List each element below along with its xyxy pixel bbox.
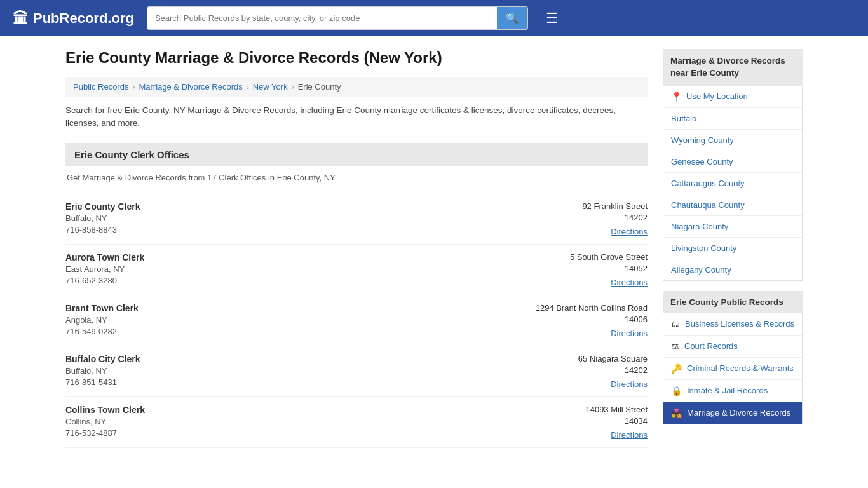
clerk-phone: 716-549-0282 xyxy=(65,327,139,336)
clerk-zip: 14202 xyxy=(508,213,648,222)
clerk-address: 5 South Grove Street xyxy=(508,252,648,262)
clerk-right: 65 Niagara Square 14202 Directions xyxy=(508,354,648,389)
record-link[interactable]: Criminal Records & Warrants xyxy=(687,363,794,373)
sidebar-record-item[interactable]: 💑 Marriage & Divorce Records xyxy=(663,402,802,424)
content-area: Erie County Marriage & Divorce Records (… xyxy=(65,49,648,448)
record-link[interactable]: Court Records xyxy=(684,341,738,351)
sidebar-nearby-list: 📍 Use My Location BuffaloWyoming CountyG… xyxy=(663,86,803,281)
clerk-zip: 14034 xyxy=(508,416,648,426)
clerk-address: 65 Niagara Square xyxy=(508,354,648,363)
site-logo[interactable]: 🏛 PubRecord.org xyxy=(13,10,134,27)
sidebar-county-item[interactable]: Cattaraugus County xyxy=(663,173,802,194)
sidebar-county-item[interactable]: Niagara County xyxy=(663,216,802,238)
clerk-location: Angola, NY xyxy=(65,315,139,325)
directions-link[interactable]: Directions xyxy=(611,430,648,440)
clerk-section-header: Erie County Clerk Offices xyxy=(65,143,648,166)
directions-link[interactable]: Directions xyxy=(611,329,648,338)
breadcrumb-erie-county: Erie County xyxy=(298,82,341,92)
directions-link[interactable]: Directions xyxy=(611,379,648,389)
clerk-left: Aurora Town Clerk East Aurora, NY 716-65… xyxy=(65,252,144,287)
record-icon: 🔑 xyxy=(671,363,682,374)
clerk-name: Erie County Clerk xyxy=(65,201,140,212)
sidebar-records-title: Erie County Public Records xyxy=(663,291,803,313)
use-location-link[interactable]: Use My Location xyxy=(686,92,748,101)
main-container: Erie County Marriage & Divorce Records (… xyxy=(53,36,815,461)
clerk-name: Buffalo City Clerk xyxy=(65,354,140,364)
sidebar-record-item[interactable]: 🔒 Inmate & Jail Records xyxy=(663,380,802,402)
clerk-entry: Erie County Clerk Buffalo, NY 716-858-88… xyxy=(65,194,648,245)
sidebar-county-item[interactable]: Allegany County xyxy=(663,259,802,280)
sidebar-county-link[interactable]: Buffalo xyxy=(671,114,696,123)
clerk-left: Collins Town Clerk Collins, NY 716-532-4… xyxy=(65,405,145,440)
clerk-right: 92 Franklin Street 14202 Directions xyxy=(508,201,648,236)
record-icon: 💑 xyxy=(671,408,682,418)
sidebar-county-item[interactable]: Wyoming County xyxy=(663,130,802,151)
sidebar-county-link[interactable]: Livingston County xyxy=(671,243,736,253)
clerk-section-desc: Get Marriage & Divorce Records from 17 C… xyxy=(65,173,648,182)
clerk-location: Buffalo, NY xyxy=(65,214,140,223)
clerk-entry: Buffalo City Clerk Buffalo, NY 716-851-5… xyxy=(65,346,648,397)
sidebar-county-link[interactable]: Chautauqua County xyxy=(671,200,745,210)
menu-button[interactable]: ☰ xyxy=(541,8,564,29)
page-description: Search for free Erie County, NY Marriage… xyxy=(65,104,648,130)
clerk-name: Aurora Town Clerk xyxy=(65,252,144,262)
breadcrumb-sep-3: › xyxy=(292,83,294,92)
clerk-right: 5 South Grove Street 14052 Directions xyxy=(508,252,648,287)
sidebar-nearby-title: Marriage & Divorce Records near Erie Cou… xyxy=(663,49,803,86)
record-icon: 🗂 xyxy=(671,319,680,329)
sidebar-county-link[interactable]: Niagara County xyxy=(671,222,728,231)
clerk-address: 14093 Mill Street xyxy=(508,405,648,414)
sidebar-counties: BuffaloWyoming CountyGenesee CountyCatta… xyxy=(663,108,802,280)
clerk-left: Erie County Clerk Buffalo, NY 716-858-88… xyxy=(65,201,140,236)
clerk-left: Brant Town Clerk Angola, NY 716-549-0282 xyxy=(65,303,139,338)
breadcrumb-new-york[interactable]: New York xyxy=(253,82,288,92)
sidebar-record-item[interactable]: 🔑 Criminal Records & Warrants xyxy=(663,358,802,380)
clerk-address: 92 Franklin Street xyxy=(508,201,648,211)
sidebar-county-link[interactable]: Cattaraugus County xyxy=(671,179,745,188)
clerk-name: Brant Town Clerk xyxy=(65,303,139,313)
record-link[interactable]: Inmate & Jail Records xyxy=(687,386,768,395)
sidebar-county-link[interactable]: Allegany County xyxy=(671,265,731,274)
clerk-list: Erie County Clerk Buffalo, NY 716-858-88… xyxy=(65,194,648,448)
clerk-section-title: Erie County Clerk Offices xyxy=(74,149,189,160)
sidebar-county-item[interactable]: Genesee County xyxy=(663,151,802,173)
clerk-left: Buffalo City Clerk Buffalo, NY 716-851-5… xyxy=(65,354,140,389)
logo-icon: 🏛 xyxy=(13,10,28,27)
clerk-location: East Aurora, NY xyxy=(65,264,144,274)
breadcrumb-public-records[interactable]: Public Records xyxy=(73,82,128,92)
directions-link[interactable]: Directions xyxy=(611,278,648,287)
clerk-location: Collins, NY xyxy=(65,417,145,426)
clerk-right: 14093 Mill Street 14034 Directions xyxy=(508,405,648,440)
clerk-name: Collins Town Clerk xyxy=(65,405,145,415)
record-link[interactable]: Business Licenses & Records xyxy=(685,319,794,329)
sidebar-record-item[interactable]: 🗂 Business Licenses & Records xyxy=(663,313,802,336)
breadcrumb-marriage-divorce[interactable]: Marriage & Divorce Records xyxy=(139,82,242,92)
clerk-phone: 716-652-3280 xyxy=(65,276,144,285)
search-bar: 🔍 xyxy=(147,6,528,30)
menu-icon: ☰ xyxy=(546,10,559,26)
clerk-location: Buffalo, NY xyxy=(65,366,140,376)
directions-link[interactable]: Directions xyxy=(611,227,648,236)
sidebar-county-item[interactable]: Buffalo xyxy=(663,108,802,130)
sidebar-use-location[interactable]: 📍 Use My Location xyxy=(663,86,802,108)
clerk-zip: 14006 xyxy=(508,315,648,324)
clerk-zip: 14202 xyxy=(508,365,648,375)
search-icon: 🔍 xyxy=(506,13,519,24)
sidebar-county-link[interactable]: Genesee County xyxy=(671,157,733,166)
clerk-entry: Aurora Town Clerk East Aurora, NY 716-65… xyxy=(65,245,648,295)
sidebar-county-link[interactable]: Wyoming County xyxy=(671,135,734,145)
sidebar: Marriage & Divorce Records near Erie Cou… xyxy=(663,49,803,448)
page-title: Erie County Marriage & Divorce Records (… xyxy=(65,49,648,67)
logo-text: PubRecord.org xyxy=(33,10,134,27)
location-dot-icon: 📍 xyxy=(671,92,682,102)
sidebar-county-item[interactable]: Livingston County xyxy=(663,238,802,259)
clerk-phone: 716-858-8843 xyxy=(65,225,140,234)
search-button[interactable]: 🔍 xyxy=(497,7,527,29)
sidebar-record-item[interactable]: ⚖ Court Records xyxy=(663,336,802,358)
record-link[interactable]: Marriage & Divorce Records xyxy=(687,408,790,417)
breadcrumb: Public Records › Marriage & Divorce Reco… xyxy=(65,77,648,97)
search-input[interactable] xyxy=(147,7,497,29)
breadcrumb-sep-2: › xyxy=(247,83,249,92)
sidebar-county-item[interactable]: Chautauqua County xyxy=(663,194,802,216)
sidebar-records-list: 🗂 Business Licenses & Records ⚖ Court Re… xyxy=(663,313,803,424)
